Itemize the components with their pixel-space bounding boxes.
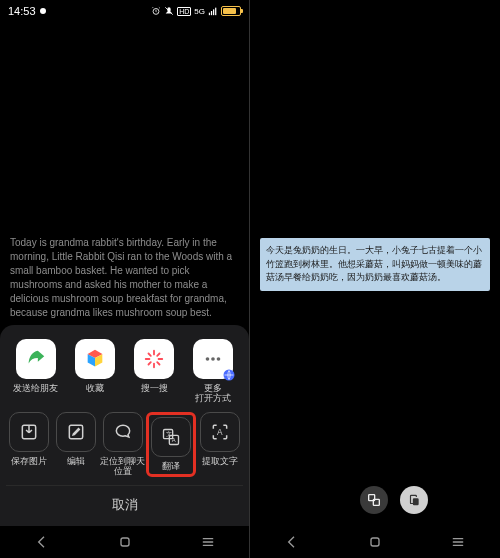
globe-badge-icon [223,369,235,381]
nav-bar [0,526,249,558]
selected-english-text: Today is grandma rabbit's birthday. Earl… [10,236,239,320]
download-icon [19,422,39,442]
status-time: 14:53 [8,5,36,17]
tile-label: 编辑 [67,457,85,467]
edit-button[interactable]: 编辑 [53,412,100,477]
favorite-button[interactable]: 收藏 [68,339,122,404]
more-dots-icon [202,348,224,370]
svg-rect-23 [371,538,379,546]
nav-home-button[interactable] [102,530,148,554]
svg-text:A: A [217,427,223,437]
svg-rect-17 [121,538,129,546]
tile-label: 提取文字 [202,457,238,467]
share-arrow-icon [25,348,47,370]
edit-icon [66,422,86,442]
more-open-with-button[interactable]: 更多 打开方式 [186,339,240,404]
floating-actions [360,486,428,514]
cancel-button[interactable]: 取消 [6,485,243,520]
nav-home-button[interactable] [352,530,398,554]
cube-icon [84,348,106,370]
nav-back-button[interactable] [269,530,315,554]
send-to-friend-button[interactable]: 发送给朋友 [9,339,63,404]
svg-rect-4 [213,9,214,15]
right-screen: 今天是兔奶奶的生日。一大早，小兔子七古提着一个小竹篮跑到树林里。他想采蘑菇，叫妈… [250,0,500,558]
svg-text:文: 文 [166,430,172,437]
spark-icon [143,348,165,370]
nav-back-button[interactable] [19,530,65,554]
ocr-icon: A [210,422,230,442]
status-dot-icon [40,8,46,14]
network-label: 5G [194,7,205,16]
copy-icon [407,493,421,507]
svg-point-6 [206,357,210,361]
hd-badge: HD [177,7,191,16]
chat-bubble-icon [113,422,133,442]
translated-text-box[interactable]: 今天是兔奶奶的生日。一大早，小兔子七古提着一个小竹篮跑到树林里。他想采蘑菇，叫妈… [260,238,490,291]
tile-label: 定位到聊天 位置 [100,457,145,477]
extract-text-button[interactable]: A 提取文字 [196,412,243,477]
svg-rect-5 [215,8,216,16]
locate-in-chat-button[interactable]: 定位到聊天 位置 [100,412,147,477]
swap-language-button[interactable] [360,486,388,514]
left-screen: 14:53 HD 5G Today is grandma rabbit's bi… [0,0,250,558]
tile-label: 更多 打开方式 [195,384,231,404]
svg-text:A: A [172,438,176,444]
tile-label: 翻译 [162,462,180,472]
status-bar: 14:53 HD 5G [0,0,249,22]
svg-rect-2 [209,13,210,16]
save-image-button[interactable]: 保存图片 [6,412,53,477]
swap-icon [366,492,382,508]
battery-icon [221,6,241,16]
alarm-icon [151,6,161,16]
tile-label: 保存图片 [11,457,47,467]
nav-recent-button[interactable] [435,530,481,554]
translate-icon: 文A [161,427,181,447]
share-sheet: 发送给朋友 收藏 搜一搜 更多 打开方式 [0,325,249,526]
svg-point-8 [217,357,221,361]
svg-point-7 [212,357,216,361]
tile-label: 搜一搜 [141,384,168,394]
mute-icon [164,6,174,16]
nav-bar [250,526,500,558]
translate-button[interactable]: 文A 翻译 [146,412,196,477]
tile-label: 发送给朋友 [13,384,58,394]
nav-recent-button[interactable] [185,530,231,554]
signal-icon [208,6,218,16]
tile-label: 收藏 [86,384,104,394]
svg-rect-3 [211,11,212,15]
copy-button[interactable] [400,486,428,514]
search-button[interactable]: 搜一搜 [127,339,181,404]
